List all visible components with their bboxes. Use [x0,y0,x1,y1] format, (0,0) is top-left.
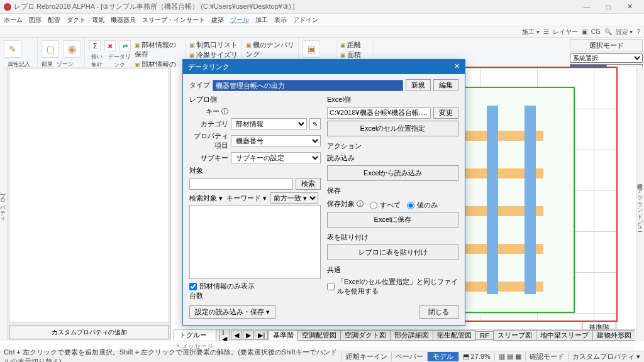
menu-tool[interactable]: ツール [230,16,249,25]
menu-shape[interactable]: 図形 [29,16,42,25]
custom-prop-dd[interactable]: カスタムプロパティ ▾ [568,352,644,361]
count-label: 台数 [189,291,321,300]
new-button[interactable]: 新規 [406,79,431,91]
paste-table-button[interactable]: レブロに表を貼り付け [327,244,458,260]
layout-tabs: レイアウトグループ1 |◀ ◀ ▶ ▶| 基準階 空調配管図 空調ダクト図 部分… [174,329,635,341]
category-select[interactable]: 部材情報 [231,118,307,129]
dialog-close-icon[interactable]: ✕ [454,62,460,72]
distance-keyin[interactable]: 距離キーイン [341,352,391,361]
close-button-dlg[interactable]: 閉じる [419,305,458,319]
model-mode[interactable]: モデル [427,352,458,361]
action-header: アクション [327,141,458,151]
cg-icon[interactable]: ▣ [582,28,587,35]
dialog-titlebar[interactable]: データリンク ✕ [183,60,465,74]
right-docktabs[interactable]: 検索 アラウンドビュー [636,67,644,341]
cell-position-button[interactable]: Excelのセル位置指定 [327,121,458,136]
property-body [9,68,169,323]
target-input[interactable] [189,178,293,190]
add-custom-prop-button[interactable]: カスタムプロパティの追加 [9,326,169,339]
edit-button[interactable]: 編集 [433,79,458,91]
change-button[interactable]: 変更 [433,107,458,119]
close-button[interactable]: ✕ [619,3,640,11]
subkey-select[interactable]: サブキーの設定 [231,152,321,163]
paper-mode[interactable]: ペーパー [391,352,427,361]
settings-io-dropdown[interactable]: 設定の読み込み・保存 ▾ [189,305,275,319]
kw-target-dd[interactable]: 検索対象 ▾ [189,194,223,203]
tab-beam[interactable]: 地中梁スリーブ [536,330,593,341]
tab-nav-last[interactable]: ▶| [255,331,268,340]
radio-all[interactable]: すべて [370,200,401,210]
diffuser-list[interactable]: 制気口リスト [189,40,238,50]
status-hint: Ctrl + 左クリックで要素を追加選択。Shift + 左クリックで選択要素の… [0,348,341,363]
sekou-dropdown[interactable]: 施工 ▾ [522,28,540,36]
category-label: カテゴリ [189,119,228,129]
menu-pipe[interactable]: 配管 [48,16,60,25]
read-header: 読み込み [327,153,458,163]
cg-label[interactable]: CG [591,28,601,35]
pick-icon[interactable]: ✎ [309,118,321,129]
tab-sleeve[interactable]: スリーブ図 [493,330,536,341]
room-icon[interactable]: ▢ [42,40,59,58]
help-icon[interactable]: ? [636,28,640,35]
minimize-button[interactable]: — [576,3,597,11]
area[interactable]: 面積 [340,50,370,60]
view-icons[interactable]: ▥ ▤ ▦ [494,353,525,361]
property-panel: カスタムプロパティの追加 [8,67,171,341]
selmode-header: 選択モード [570,39,643,52]
same-file-check[interactable] [327,283,335,290]
tab-nav-prev[interactable]: ◀ [231,331,242,340]
tab-nav-next[interactable]: ▶ [243,331,254,340]
tab-rf[interactable]: RF [475,331,494,340]
layout-group-dd[interactable]: レイアウトグループ1 [174,329,216,341]
left-docktabs[interactable]: プロパティ [0,67,8,341]
hiroi-icon[interactable]: Σ [89,40,101,52]
settings-dropdown[interactable]: 設定 ▾ [616,28,633,36]
menu-duct[interactable]: ダクト [67,16,86,25]
tab-nav-first[interactable]: |◀ [219,329,230,341]
numbering[interactable]: 機のナンバリング [246,40,294,59]
search-button[interactable]: 検索 [296,178,321,190]
cancel-icon[interactable]: ✖ [104,40,116,52]
tab-sanpipe[interactable]: 衛生配管図 [433,330,476,341]
layer-icon[interactable]: ☰ [543,28,549,35]
search-icon[interactable]: 🔍 [604,28,612,35]
zokusei-icon[interactable]: ✎ [4,40,21,58]
maximize-button[interactable]: □ [597,3,619,11]
layer-label[interactable]: レイヤー [553,28,578,36]
save-header: 保存 [327,186,458,195]
menu-view[interactable]: 表示 [274,16,287,25]
match-select[interactable]: 前方一致 ▾ [270,192,318,204]
result-list[interactable] [189,205,321,279]
confirm-mode[interactable]: 確認モード [525,352,568,361]
radio-value[interactable]: 値のみ [407,200,438,210]
menu-sleeve[interactable]: スリーブ・インサート [142,16,205,25]
only-parts-check[interactable] [189,283,197,290]
same-file-label: 「Excelのセル位置指定」と同じファイルを使用する [337,277,458,296]
tab-acpipe[interactable]: 空調配管図 [297,330,341,341]
menu-arch[interactable]: 建築 [211,16,224,25]
menu-equip[interactable]: 機器器具 [111,16,136,25]
tab-base[interactable]: 基準階 [269,330,298,341]
save-excel-button[interactable]: Excelに保存 [327,212,458,228]
menu-addin[interactable]: アドイン [293,16,318,25]
system-select[interactable]: 系統選択 [570,53,643,63]
type-dropdown[interactable]: 機器管理台帳への出力 [213,80,403,91]
excel-path[interactable]: C:¥2018¥機器台帳¥機器台帳.xlsx [327,107,431,119]
datalink-icon[interactable]: ⇄ [119,40,131,52]
menu-fab[interactable]: 加工 [255,16,268,25]
tab-detail[interactable]: 部分詳細図 [390,330,433,341]
tab-ext[interactable]: 建物外形図 [592,330,635,341]
read-excel-button[interactable]: Excelから読み込み [327,165,458,181]
distance[interactable]: 距離 [340,40,370,50]
paste-header: 表を貼り付け [327,233,458,242]
menu-elec[interactable]: 電気 [92,16,104,25]
excel-side-header: Excel側 [327,95,458,104]
property-select[interactable]: 機器番号 [231,135,321,146]
tab-acduct[interactable]: 空調ダクト図 [340,330,391,341]
zoom-control[interactable]: ⬒ 27.9% [458,353,494,361]
save-partinfo[interactable]: 部材情報の保存 [135,40,181,59]
kw-keyword-dd[interactable]: キーワード ▾ [226,194,267,203]
clash-icon[interactable]: ▣ [303,40,320,58]
zone-icon[interactable]: ▦ [63,40,80,58]
menu-home[interactable]: ホーム [4,16,23,25]
